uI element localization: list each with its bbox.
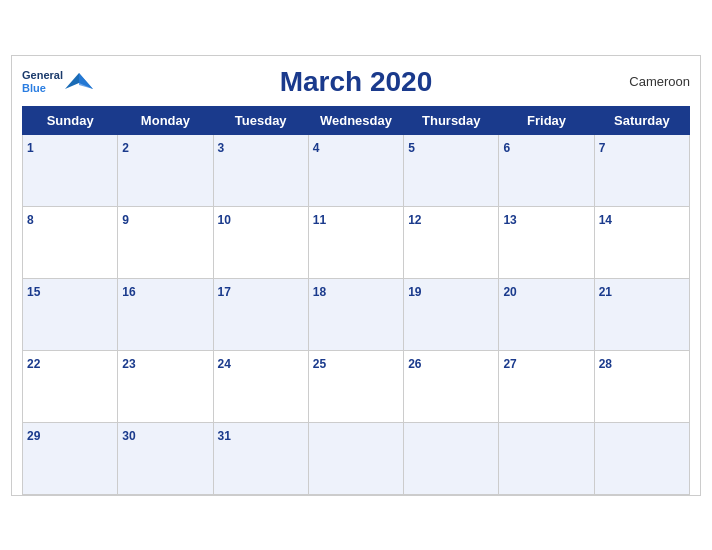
- calendar-day-cell[interactable]: 16: [118, 278, 213, 350]
- header-monday: Monday: [118, 106, 213, 134]
- day-number: 21: [599, 285, 612, 299]
- day-number: 16: [122, 285, 135, 299]
- header-friday: Friday: [499, 106, 594, 134]
- day-number: 14: [599, 213, 612, 227]
- calendar-week-row: 22232425262728: [23, 350, 690, 422]
- day-number: 12: [408, 213, 421, 227]
- logo-area: General Blue: [22, 69, 93, 93]
- calendar-day-cell[interactable]: 9: [118, 206, 213, 278]
- calendar-day-cell[interactable]: 21: [594, 278, 689, 350]
- calendar-day-cell[interactable]: 30: [118, 422, 213, 494]
- day-number: 18: [313, 285, 326, 299]
- day-number: 15: [27, 285, 40, 299]
- day-number: 20: [503, 285, 516, 299]
- day-number: 19: [408, 285, 421, 299]
- day-number: 17: [218, 285, 231, 299]
- day-number: 3: [218, 141, 225, 155]
- calendar-day-cell[interactable]: 13: [499, 206, 594, 278]
- calendar-day-cell[interactable]: 17: [213, 278, 308, 350]
- day-number: 4: [313, 141, 320, 155]
- calendar-day-cell[interactable]: 20: [499, 278, 594, 350]
- calendar-day-cell[interactable]: [499, 422, 594, 494]
- day-number: 7: [599, 141, 606, 155]
- day-number: 29: [27, 429, 40, 443]
- calendar-day-cell[interactable]: 29: [23, 422, 118, 494]
- calendar-day-cell[interactable]: 26: [404, 350, 499, 422]
- day-number: 1: [27, 141, 34, 155]
- svg-marker-1: [79, 73, 93, 89]
- day-number: 28: [599, 357, 612, 371]
- calendar-container: General Blue March 2020 Cameroon Sunday …: [11, 55, 701, 496]
- calendar-day-cell[interactable]: 10: [213, 206, 308, 278]
- calendar-day-cell[interactable]: 18: [308, 278, 403, 350]
- logo-blue-text: Blue: [22, 82, 63, 94]
- calendar-day-cell[interactable]: 27: [499, 350, 594, 422]
- day-number: 22: [27, 357, 40, 371]
- day-number: 10: [218, 213, 231, 227]
- day-number: 26: [408, 357, 421, 371]
- calendar-day-cell[interactable]: 11: [308, 206, 403, 278]
- calendar-day-cell[interactable]: 3: [213, 134, 308, 206]
- calendar-day-cell[interactable]: 24: [213, 350, 308, 422]
- header-saturday: Saturday: [594, 106, 689, 134]
- header-sunday: Sunday: [23, 106, 118, 134]
- calendar-day-cell[interactable]: 6: [499, 134, 594, 206]
- calendar-day-cell[interactable]: 14: [594, 206, 689, 278]
- calendar-week-row: 1234567: [23, 134, 690, 206]
- calendar-day-cell[interactable]: 19: [404, 278, 499, 350]
- day-number: 2: [122, 141, 129, 155]
- calendar-day-cell[interactable]: 5: [404, 134, 499, 206]
- calendar-day-cell[interactable]: 12: [404, 206, 499, 278]
- day-number: 25: [313, 357, 326, 371]
- calendar-day-cell[interactable]: 28: [594, 350, 689, 422]
- calendar-day-cell[interactable]: [594, 422, 689, 494]
- day-number: 23: [122, 357, 135, 371]
- logo-area-left: General Blue: [22, 69, 63, 93]
- calendar-day-cell[interactable]: 4: [308, 134, 403, 206]
- day-number: 30: [122, 429, 135, 443]
- day-number: 13: [503, 213, 516, 227]
- calendar-day-cell[interactable]: [308, 422, 403, 494]
- calendar-day-cell[interactable]: 8: [23, 206, 118, 278]
- calendar-day-cell[interactable]: 25: [308, 350, 403, 422]
- calendar-day-cell[interactable]: 31: [213, 422, 308, 494]
- day-number: 5: [408, 141, 415, 155]
- day-number: 31: [218, 429, 231, 443]
- day-number: 24: [218, 357, 231, 371]
- day-number: 27: [503, 357, 516, 371]
- header-tuesday: Tuesday: [213, 106, 308, 134]
- calendar-day-cell[interactable]: 15: [23, 278, 118, 350]
- calendar-day-cell[interactable]: 7: [594, 134, 689, 206]
- month-title: March 2020: [280, 66, 433, 98]
- day-number: 11: [313, 213, 326, 227]
- header-thursday: Thursday: [404, 106, 499, 134]
- logo-general-text: General: [22, 69, 63, 81]
- day-number: 6: [503, 141, 510, 155]
- calendar-week-row: 293031: [23, 422, 690, 494]
- calendar-day-cell[interactable]: [404, 422, 499, 494]
- calendar-day-cell[interactable]: 22: [23, 350, 118, 422]
- day-number: 8: [27, 213, 34, 227]
- calendar-day-cell[interactable]: 1: [23, 134, 118, 206]
- weekday-header-row: Sunday Monday Tuesday Wednesday Thursday…: [23, 106, 690, 134]
- country-label: Cameroon: [629, 74, 690, 89]
- calendar-week-row: 891011121314: [23, 206, 690, 278]
- calendar-day-cell[interactable]: 23: [118, 350, 213, 422]
- day-number: 9: [122, 213, 129, 227]
- calendar-header: General Blue March 2020 Cameroon: [22, 66, 690, 98]
- calendar-week-row: 15161718192021: [23, 278, 690, 350]
- header-wednesday: Wednesday: [308, 106, 403, 134]
- logo-bird-icon: [65, 71, 93, 93]
- calendar-day-cell[interactable]: 2: [118, 134, 213, 206]
- calendar-table: Sunday Monday Tuesday Wednesday Thursday…: [22, 106, 690, 495]
